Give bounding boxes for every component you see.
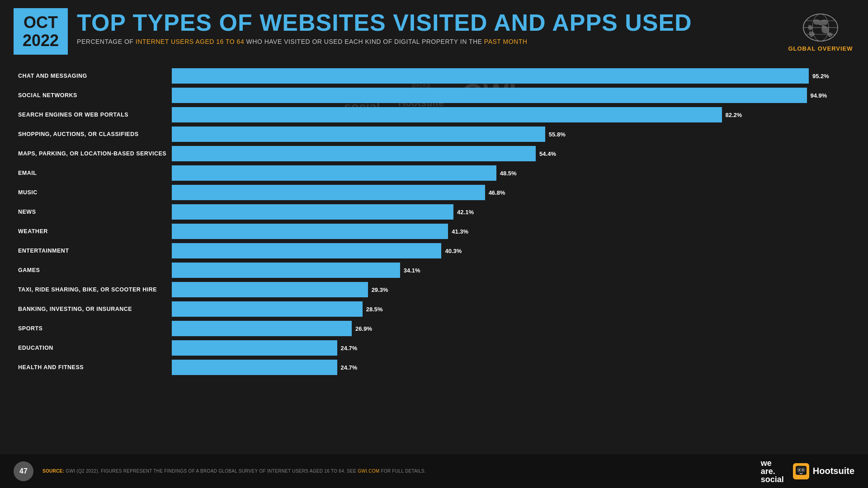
bar-track: 41.3%: [172, 224, 841, 239]
bar-label: WEATHER: [18, 228, 172, 235]
bar-fill: [172, 263, 400, 278]
subtitle-plain1: PERCENTAGE OF: [77, 38, 136, 45]
source-label: SOURCE:: [42, 469, 64, 474]
bar-fill: [172, 224, 448, 239]
bar-row: SHOPPING, AUCTIONS, OR CLASSIFIEDS55.8%: [18, 126, 841, 143]
bar-row: SOCIAL NETWORKS94.9%: [18, 87, 841, 104]
header-text: TOP TYPES OF WEBSITES VISITED AND APPS U…: [77, 8, 787, 45]
bar-value: 55.8%: [549, 131, 566, 138]
bar-label: GAMES: [18, 267, 172, 273]
bar-row: CHAT AND MESSAGING95.2%: [18, 67, 841, 84]
bar-row: GAMES34.1%: [18, 262, 841, 279]
bar-label: EMAIL: [18, 170, 172, 176]
bar-row: MAPS, PARKING, OR LOCATION-BASED SERVICE…: [18, 145, 841, 162]
bar-value: 28.5%: [366, 306, 383, 313]
source-text: SOURCE: GWI (Q2 2022). FIGURES REPRESENT…: [42, 469, 761, 474]
globe-area: GLOBAL OVERVIEW: [787, 8, 854, 52]
bar-fill: [172, 146, 536, 161]
svg-point-19: [802, 469, 803, 470]
bar-row: HEALTH AND FITNESS24.7%: [18, 359, 841, 376]
bar-value: 34.1%: [404, 267, 420, 274]
bar-value: 24.7%: [341, 345, 358, 352]
bar-track: 24.7%: [172, 360, 841, 375]
bar-track: 95.2%: [172, 68, 841, 84]
bar-value: 41.3%: [452, 228, 468, 235]
bar-fill: [172, 301, 363, 317]
owl-svg: [795, 465, 807, 477]
subtitle: PERCENTAGE OF INTERNET USERS AGED 16 TO …: [77, 38, 787, 45]
header: OCT 2022 TOP TYPES OF WEBSITES VISITED A…: [0, 0, 868, 59]
bar-value: 95.2%: [812, 73, 829, 80]
bar-fill: [172, 185, 485, 200]
bar-label: BANKING, INVESTING, OR INSURANCE: [18, 306, 172, 312]
bar-fill: [172, 321, 352, 336]
bar-track: 94.9%: [172, 88, 841, 103]
bar-fill: [172, 243, 441, 258]
date-month: OCT: [23, 14, 59, 32]
bar-label: SHOPPING, AUCTIONS, OR CLASSIFIEDS: [18, 131, 172, 137]
bar-track: 82.2%: [172, 107, 841, 122]
bar-value: 29.3%: [372, 286, 388, 293]
bar-track: 34.1%: [172, 263, 841, 278]
chart-container: CHAT AND MESSAGING95.2%SOCIAL NETWORKS94…: [0, 59, 868, 376]
bar-value: 94.9%: [811, 92, 827, 99]
main-title: TOP TYPES OF WEBSITES VISITED AND APPS U…: [77, 10, 787, 35]
page-number: 47: [14, 461, 33, 481]
bar-row: TAXI, RIDE SHARING, BIKE, OR SCOOTER HIR…: [18, 281, 841, 298]
subtitle-orange1: INTERNET USERS AGED 16 TO 64: [136, 38, 244, 45]
gwi-link: GWI.COM: [358, 469, 379, 474]
bar-value: 54.4%: [539, 150, 556, 157]
bar-label: EDUCATION: [18, 345, 172, 351]
bar-label: SEARCH ENGINES OR WEB PORTALS: [18, 112, 172, 118]
bar-track: 26.9%: [172, 321, 841, 336]
bar-fill: [172, 282, 368, 297]
hootsuite-label: Hootsuite: [813, 466, 854, 476]
bar-label: SPORTS: [18, 325, 172, 332]
bar-row: EMAIL48.5%: [18, 164, 841, 182]
bar-track: 54.4%: [172, 146, 841, 161]
hootsuite-logo: Hootsuite: [793, 463, 854, 479]
bar-track: 42.1%: [172, 204, 841, 220]
bar-row: ENTERTAINMENT40.3%: [18, 242, 841, 259]
subtitle-orange2: PAST MONTH: [484, 38, 528, 45]
bar-fill: [172, 127, 545, 142]
globe-icon: [800, 12, 841, 43]
bar-track: 24.7%: [172, 340, 841, 356]
bar-label: MUSIC: [18, 189, 172, 196]
bar-value: 26.9%: [355, 325, 372, 332]
bar-value: 24.7%: [341, 364, 358, 371]
bar-row: NEWS42.1%: [18, 203, 841, 221]
source-end: FOR FULL DETAILS.: [381, 469, 426, 474]
we-are-social-logo: we are. social: [761, 459, 784, 483]
bar-row: BANKING, INVESTING, OR INSURANCE28.5%: [18, 300, 841, 318]
footer-logos: we are. social Hootsuite: [761, 459, 854, 483]
bar-fill: [172, 107, 722, 122]
bar-label: HEALTH AND FITNESS: [18, 364, 172, 371]
bar-track: 29.3%: [172, 282, 841, 297]
bar-fill: [172, 68, 809, 84]
bar-row: MUSIC46.8%: [18, 184, 841, 201]
global-overview-label: GLOBAL OVERVIEW: [788, 45, 853, 52]
bar-fill: [172, 360, 337, 375]
bar-fill: [172, 88, 807, 103]
bar-label: ENTERTAINMENT: [18, 248, 172, 254]
bar-row: WEATHER41.3%: [18, 223, 841, 240]
source-body: GWI (Q2 2022). FIGURES REPRESENT THE FIN…: [66, 469, 358, 474]
date-box: OCT 2022: [14, 8, 68, 55]
bar-value: 42.1%: [457, 209, 474, 216]
bar-value: 82.2%: [726, 112, 742, 118]
bar-label: NEWS: [18, 209, 172, 215]
bar-track: 48.5%: [172, 165, 841, 181]
bar-label: SOCIAL NETWORKS: [18, 92, 172, 99]
bar-value: 48.5%: [500, 170, 517, 177]
bar-row: SEARCH ENGINES OR WEB PORTALS82.2%: [18, 106, 841, 123]
bar-fill: [172, 165, 496, 181]
bar-track: 46.8%: [172, 185, 841, 200]
bar-label: MAPS, PARKING, OR LOCATION-BASED SERVICE…: [18, 150, 172, 157]
hootsuite-owl-icon: [793, 463, 809, 479]
bar-label: TAXI, RIDE SHARING, BIKE, OR SCOOTER HIR…: [18, 286, 172, 293]
footer: 47 SOURCE: GWI (Q2 2022). FIGURES REPRES…: [0, 454, 868, 488]
subtitle-plain2: WHO HAVE VISITED OR USED EACH KIND OF DI…: [244, 38, 484, 45]
bar-track: 55.8%: [172, 127, 841, 142]
date-year: 2022: [23, 32, 59, 50]
